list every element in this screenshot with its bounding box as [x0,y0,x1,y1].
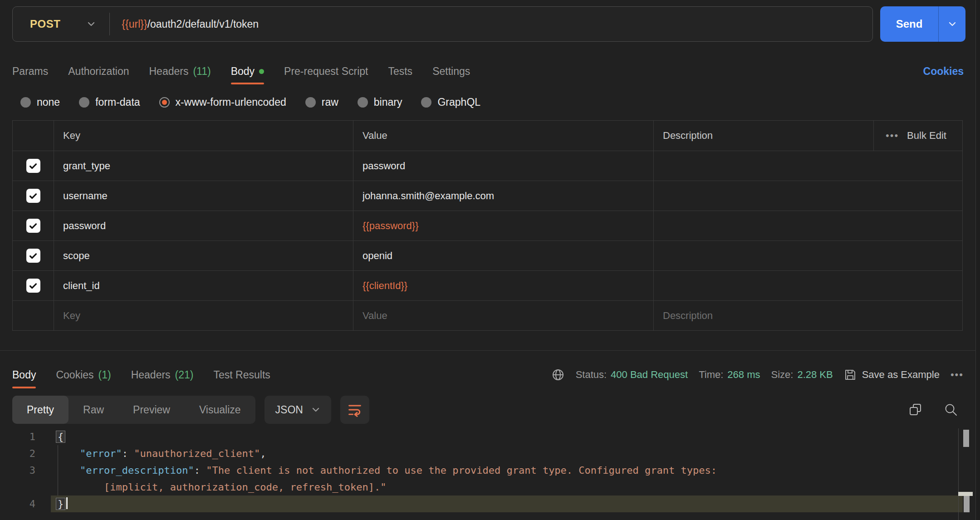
param-key-cell[interactable]: scope [54,240,353,270]
param-key-cell[interactable]: username [54,181,353,211]
response-tab-headers[interactable]: Headers(21) [131,361,194,388]
tab-label: Headers [149,65,189,78]
response-more-options[interactable]: ••• [951,369,964,381]
radio-icon [305,97,316,108]
body-mode-label: binary [374,96,402,108]
api-client-window: POST {{url}}/oauth2/default/v1/token Sen… [0,0,980,520]
header-description-cell: Description [653,121,873,151]
language-select[interactable]: JSON [265,396,331,424]
method-selector[interactable]: POST [13,18,109,30]
code-token-plain: : [194,465,206,476]
new-param-description-cell[interactable]: Description [653,300,962,330]
status-value: 400 Bad Request [611,369,688,381]
response-tab-body[interactable]: Body [12,361,36,388]
view-tab-preview[interactable]: Preview [118,396,185,424]
save-as-example-button[interactable]: Save as Example [844,368,940,381]
copy-icon[interactable] [908,402,923,417]
cookies-link[interactable]: Cookies [923,65,964,78]
tab-label: Body [231,65,255,78]
code-token-bracket: } [56,498,65,510]
response-body-editor[interactable]: 1{2"error": "unauthorized_client",3"erro… [0,428,980,520]
wrap-text-button[interactable] [340,396,369,424]
param-description-cell[interactable] [653,181,962,211]
url-bar[interactable]: POST {{url}}/oauth2/default/v1/token [12,6,873,42]
network-globe-icon[interactable] [551,368,565,382]
row-checkbox-checked[interactable] [26,159,40,173]
new-param-value-cell[interactable]: Value [353,300,653,330]
tab-label: Body [12,369,36,381]
param-key: password [63,220,106,232]
request-tab-params[interactable]: Params [12,58,48,84]
new-param-key-cell[interactable]: Key [54,300,353,330]
row-checkbox-checked[interactable] [26,249,40,263]
param-value-cell[interactable]: johanna.smith@example.com [353,181,653,211]
param-key: client_id [63,280,100,292]
view-tab-visualize[interactable]: Visualize [185,396,255,424]
response-tab-test-results[interactable]: Test Results [214,361,270,388]
tab-label: Settings [432,65,470,78]
param-value-cell[interactable]: {{clientId}} [353,270,653,300]
active-tab-underline [231,83,264,84]
code-lines: 1{2"error": "unauthorized_client",3"erro… [0,428,980,512]
param-description-cell[interactable] [653,211,962,240]
request-tab-body[interactable]: Body [231,58,264,84]
tab-count-badge: (11) [193,65,211,78]
code-line-content: } [56,495,777,512]
language-value: JSON [275,404,303,416]
view-tab-pretty[interactable]: Pretty [12,396,69,424]
request-tab-authorization[interactable]: Authorization [68,58,129,84]
body-mode-form-data[interactable]: form-data [79,96,140,108]
body-mode-binary[interactable]: binary [358,96,402,108]
search-icon[interactable] [944,402,958,417]
param-key-cell[interactable]: password [54,211,353,240]
code-actions [908,402,958,417]
size-pair: Size: 2.28 KB [771,369,833,381]
param-key-cell[interactable]: client_id [54,270,353,300]
param-value-cell[interactable]: {{password}} [353,211,653,240]
param-description-cell[interactable] [653,240,962,270]
body-mode-none[interactable]: none [20,96,60,108]
send-options-button[interactable] [938,6,965,42]
request-tab-headers[interactable]: Headers(11) [149,58,211,84]
row-checkbox-checked[interactable] [26,279,40,293]
url-path: /oauth2/default/v1/token [147,18,259,30]
param-key: username [63,190,108,202]
request-tab-settings[interactable]: Settings [432,58,470,84]
tab-label: Headers [131,369,171,381]
response-tab-cookies[interactable]: Cookies(1) [56,361,111,388]
body-mode-label: raw [322,96,338,108]
param-description-cell[interactable] [653,270,962,300]
editor-scrollbar-thumb-bottom[interactable] [964,496,970,512]
new-row-select-cell [13,300,54,330]
url-input[interactable]: {{url}}/oauth2/default/v1/token [110,18,259,30]
body-mode-graphql[interactable]: GraphQL [421,96,480,108]
header-value-cell: Value [353,121,653,151]
status-pair: Status: 400 Bad Request [576,369,688,381]
header-key-cell: Key [54,121,353,151]
unsaved-changes-dot [259,69,264,74]
url-variable: {{url}} [122,18,147,30]
view-tab-raw[interactable]: Raw [69,396,118,424]
row-checkbox-checked[interactable] [26,219,40,233]
request-tab-tests[interactable]: Tests [388,58,412,84]
param-value-cell[interactable]: openid [353,240,653,270]
body-mode-label: none [37,96,60,108]
request-tab-pre-request-script[interactable]: Pre-request Script [284,58,368,84]
request-tabs-row: ParamsAuthorizationHeaders(11)BodyPre-re… [12,58,964,84]
bulk-edit-button[interactable]: Bulk Edit [907,130,946,142]
row-checkbox-checked[interactable] [26,189,40,203]
placeholder-text: Key [63,310,80,322]
more-options-icon[interactable]: ••• [886,130,899,142]
code-token-bracket: { [56,431,65,443]
body-mode-raw[interactable]: raw [305,96,338,108]
param-value-cell[interactable]: password [353,151,653,181]
param-description-cell[interactable] [653,151,962,181]
line-number: 1 [0,428,35,445]
editor-scrollbar-thumb[interactable] [963,430,969,447]
editor-scrollbar-track [958,428,959,520]
param-key-cell[interactable]: grant_type [54,151,353,181]
line-number: 3 [0,462,35,495]
body-mode-x-www-form-urlencoded[interactable]: x-www-form-urlencoded [159,96,286,108]
code-token-string: "unauthorized_client" [134,448,260,459]
send-button[interactable]: Send [880,6,938,42]
